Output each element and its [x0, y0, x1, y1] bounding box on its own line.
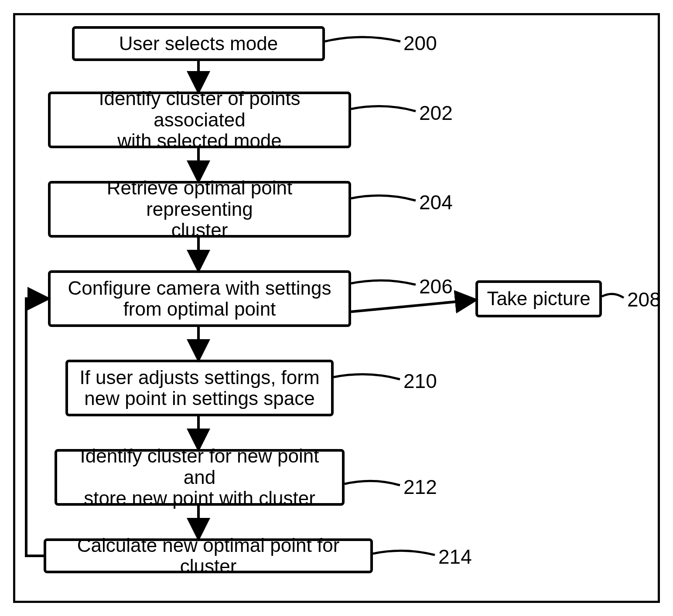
step-box-204: Retrieve optimal point representingclust…: [48, 181, 351, 238]
flowchart-canvas: User selects mode Identify cluster of po…: [0, 0, 673, 616]
step-box-214: Calculate new optimal point for cluster: [44, 538, 373, 573]
step-text: User selects mode: [119, 33, 278, 54]
step-text: Take picture: [487, 288, 590, 309]
step-text: Retrieve optimal point representingclust…: [59, 177, 340, 241]
step-box-202: Identify cluster of points associatedwit…: [48, 92, 351, 148]
step-box-206: Configure camera with settingsfrom optim…: [48, 270, 351, 327]
ref-label-212: 212: [403, 475, 437, 499]
ref-label-208: 208: [627, 288, 661, 311]
step-text: Configure camera with settingsfrom optim…: [68, 278, 331, 320]
ref-label-202: 202: [419, 101, 453, 125]
ref-label-210: 210: [403, 369, 437, 393]
ref-label-200: 200: [403, 31, 437, 55]
step-box-210: If user adjusts settings, formnew point …: [65, 360, 334, 416]
step-text: Identify cluster for new point andstore …: [66, 446, 333, 509]
ref-label-204: 204: [419, 191, 453, 214]
step-text: Calculate new optimal point for cluster: [55, 535, 362, 577]
step-box-212: Identify cluster for new point andstore …: [55, 449, 345, 506]
ref-label-206: 206: [419, 275, 453, 298]
step-text: If user adjusts settings, formnew point …: [79, 367, 319, 409]
step-box-200: User selects mode: [72, 26, 325, 61]
step-box-208: Take picture: [475, 280, 602, 317]
step-text: Identify cluster of points associatedwit…: [59, 88, 340, 151]
ref-label-214: 214: [438, 545, 472, 568]
